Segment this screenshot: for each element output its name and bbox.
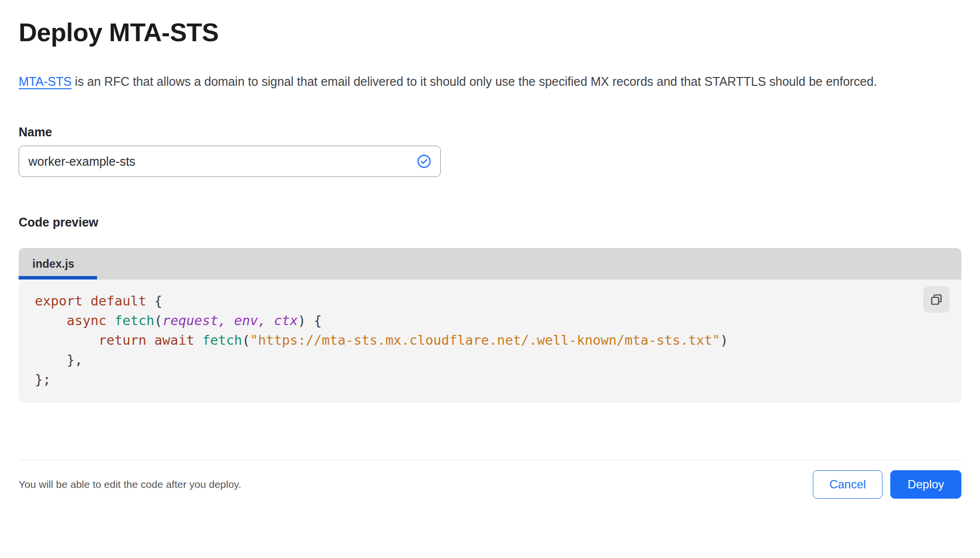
page-title: Deploy MTA-STS: [19, 18, 961, 47]
code-line: async fetch(request, env, ctx) {: [19, 311, 961, 330]
footer-divider: [19, 460, 961, 460]
copy-code-button[interactable]: [923, 286, 950, 313]
deploy-button[interactable]: Deploy: [890, 470, 961, 499]
tab-index-js[interactable]: index.js: [19, 248, 97, 279]
cancel-button[interactable]: Cancel: [813, 470, 882, 499]
mta-sts-link[interactable]: MTA-STS: [19, 75, 72, 88]
tab-label: index.js: [32, 257, 75, 271]
check-circle-icon: [417, 154, 431, 168]
code-preview-label: Code preview: [19, 215, 961, 229]
code-lines: export default { async fetch(request, en…: [19, 291, 961, 389]
code-preview-card: index.js export default { async fetch(re…: [19, 248, 961, 403]
description-text: MTA-STS is an RFC that allows a domain t…: [19, 71, 950, 93]
copy-icon: [929, 292, 944, 307]
description-rest: is an RFC that allows a domain to signal…: [72, 75, 877, 88]
code-tab-bar: index.js: [19, 248, 961, 279]
deploy-mta-sts-page: Deploy MTA-STS MTA-STS is an RFC that al…: [0, 18, 980, 499]
name-input[interactable]: [19, 146, 441, 177]
footer: You will be able to edit the code after …: [19, 470, 961, 499]
code-line: },: [19, 350, 961, 370]
code-line: };: [19, 370, 961, 389]
footer-actions: Cancel Deploy: [813, 470, 961, 499]
active-tab-underline: [19, 276, 97, 279]
footer-note: You will be able to edit the code after …: [19, 479, 241, 490]
name-label: Name: [19, 125, 961, 139]
code-line: export default {: [19, 291, 961, 311]
code-line: return await fetch("https://mta-sts.mx.c…: [19, 330, 961, 350]
code-editor[interactable]: export default { async fetch(request, en…: [19, 279, 961, 403]
name-input-wrap: [19, 146, 441, 177]
